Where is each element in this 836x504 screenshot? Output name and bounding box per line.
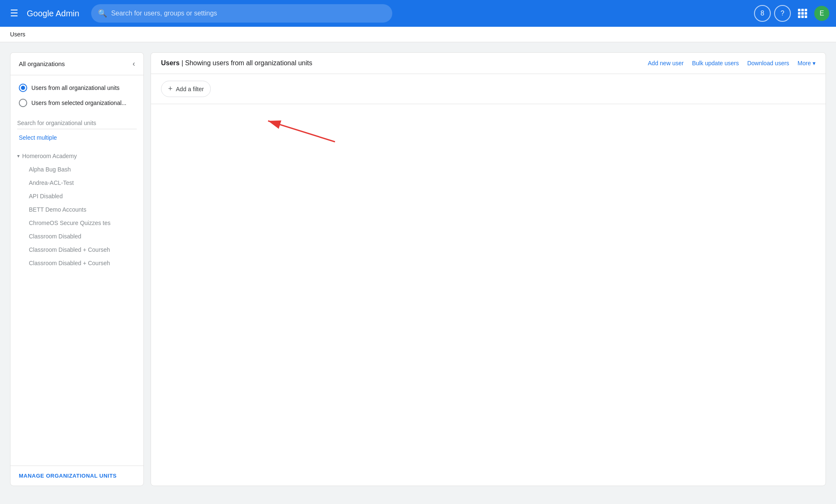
annotation-container [151, 104, 826, 486]
org-search-input[interactable] [17, 117, 137, 129]
add-filter-icon: + [168, 84, 173, 93]
radio-all-orgs-label: Users from all organizational units [31, 84, 120, 91]
sidebar: All organizations ‹ Users from all organ… [10, 52, 144, 486]
topnav-icons: 8 ? E [754, 5, 829, 22]
org-child-api[interactable]: API Disabled [10, 189, 143, 203]
radio-all-orgs[interactable]: Users from all organizational units [17, 80, 137, 95]
sidebar-header: All organizations ‹ [10, 53, 143, 75]
right-panel-actions: Add new user Bulk update users Download … [648, 60, 816, 67]
breadcrumb-bar: Users [0, 27, 836, 42]
select-multiple-link[interactable]: Select multiple [10, 133, 143, 146]
global-search[interactable]: 🔍 [91, 4, 392, 23]
search-icon: 🔍 [98, 9, 107, 18]
more-label: More [798, 60, 811, 67]
org-parent-label: Homeroom Academy [22, 153, 77, 159]
annotation-arrow [260, 117, 343, 150]
add-filter-label: Add a filter [176, 86, 204, 92]
svg-line-1 [268, 121, 335, 142]
org-child-classroom-disabled-course1[interactable]: Classroom Disabled + Courseh [10, 243, 143, 256]
avatar[interactable]: E [814, 6, 829, 21]
download-users-link[interactable]: Download users [747, 60, 789, 67]
search-input[interactable] [111, 10, 386, 17]
sidebar-collapse-btn[interactable]: ‹ [133, 59, 135, 68]
main-content: All organizations ‹ Users from all organ… [0, 42, 836, 496]
chevron-down-icon: ▾ [813, 60, 816, 67]
radio-all-orgs-indicator [19, 84, 27, 92]
panel-title-bold: Users [161, 59, 179, 67]
sidebar-title: All organizations [19, 60, 65, 67]
radio-selected-orgs-label: Users from selected organizational... [31, 100, 126, 106]
filter-row: + Add a filter [151, 74, 826, 104]
add-new-user-link[interactable]: Add new user [648, 60, 684, 67]
add-filter-button[interactable]: + Add a filter [161, 81, 211, 97]
apps-grid-icon [798, 9, 807, 18]
org-child-bett[interactable]: BETT Demo Accounts [10, 203, 143, 216]
sidebar-radio-group: Users from all organizational units User… [10, 75, 143, 115]
org-expand-icon: ▾ [17, 153, 20, 159]
topnav: ☰ Google Admin 🔍 8 ? E [0, 0, 836, 27]
right-panel-header: Users | Showing users from all organizat… [151, 53, 826, 74]
sidebar-footer: MANAGE ORGANIZATIONAL UNITS [10, 466, 143, 486]
org-child-andrea[interactable]: Andrea-ACL-Test [10, 176, 143, 189]
right-panel: Users | Showing users from all organizat… [151, 52, 826, 486]
logo-text: Google Admin [27, 9, 79, 18]
right-panel-title: Users | Showing users from all organizat… [161, 59, 312, 67]
radio-selected-orgs-indicator [19, 99, 27, 107]
radio-selected-orgs[interactable]: Users from selected organizational... [17, 95, 137, 110]
app-logo: Google Admin [27, 9, 79, 18]
org-tree: ▾ Homeroom Academy Alpha Bug Bash Andrea… [10, 146, 143, 466]
org-parent-homeroom[interactable]: ▾ Homeroom Academy [10, 149, 143, 163]
org-child-classroom-disabled-course2[interactable]: Classroom Disabled + Courseh [10, 256, 143, 270]
apps-icon-btn[interactable] [794, 5, 811, 22]
account-icon-btn[interactable]: 8 [754, 5, 771, 22]
panel-title-subtitle: | Showing users from all organizational … [182, 59, 312, 67]
menu-icon[interactable]: ☰ [7, 5, 22, 22]
more-button[interactable]: More ▾ [798, 60, 816, 67]
breadcrumb-label: Users [10, 31, 26, 38]
org-child-alpha[interactable]: Alpha Bug Bash [10, 163, 143, 176]
org-child-classroom-disabled[interactable]: Classroom Disabled [10, 230, 143, 243]
bulk-update-users-link[interactable]: Bulk update users [692, 60, 739, 67]
manage-org-btn[interactable]: MANAGE ORGANIZATIONAL UNITS [19, 473, 135, 479]
help-icon-btn[interactable]: ? [774, 5, 791, 22]
sidebar-search[interactable] [10, 115, 143, 133]
org-child-chromeos[interactable]: ChromeOS Secure Quizzes tes [10, 216, 143, 230]
